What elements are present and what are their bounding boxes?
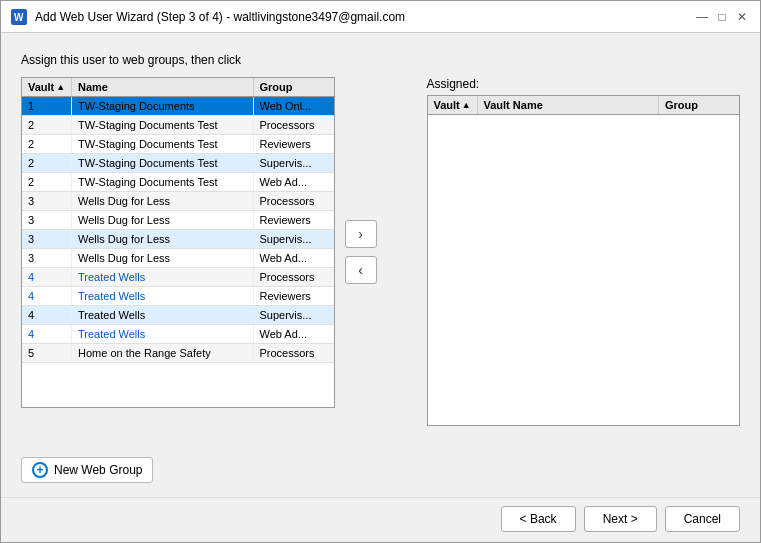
left-table: Vault ▲ Name Group 1 TW-Staging Document… (21, 77, 335, 408)
name-cell: Treated Wells (72, 268, 254, 286)
name-cell: TW-Staging Documents Test (72, 116, 254, 134)
move-left-button[interactable]: ‹ (345, 256, 377, 284)
move-right-button[interactable]: › (345, 220, 377, 248)
right-col-name: Vault Name (478, 96, 660, 114)
name-cell: Wells Dug for Less (72, 211, 254, 229)
name-cell: Wells Dug for Less (72, 230, 254, 248)
wizard-window: W Add Web User Wizard (Step 3 of 4) - wa… (0, 0, 761, 543)
vault-cell: 2 (22, 116, 72, 134)
table-row[interactable]: 5 Home on the Range Safety Processors (22, 344, 334, 363)
new-group-label: New Web Group (54, 463, 142, 477)
group-cell: Reviewers (254, 135, 334, 153)
name-cell: Treated Wells (72, 325, 254, 343)
name-cell: Home on the Range Safety (72, 344, 254, 362)
left-col-vault: Vault ▲ (22, 78, 72, 96)
right-panel: Assigned: Vault ▲ Vault Name Group (427, 77, 741, 426)
wizard-icon: W (11, 9, 27, 25)
title-bar-controls: — □ ✕ (694, 9, 750, 25)
group-cell: Web Ad... (254, 173, 334, 191)
bottom-bar: + New Web Group (21, 449, 740, 487)
group-cell: Web Ad... (254, 325, 334, 343)
back-button[interactable]: < Back (501, 506, 576, 532)
vault-cell: 2 (22, 135, 72, 153)
content-area: Assign this user to web groups, then cli… (1, 33, 760, 497)
right-col-group: Group (659, 96, 739, 114)
left-table-header: Vault ▲ Name Group (22, 78, 334, 97)
name-cell: TW-Staging Documents Test (72, 135, 254, 153)
left-col-name: Name (72, 78, 254, 96)
next-button[interactable]: Next > (584, 506, 657, 532)
table-row[interactable]: 3 Wells Dug for Less Web Ad... (22, 249, 334, 268)
table-row[interactable]: 4 Treated Wells Reviewers (22, 287, 334, 306)
name-cell: Treated Wells (72, 306, 254, 324)
vault-cell: 4 (22, 325, 72, 343)
table-row[interactable]: 4 Treated Wells Processors (22, 268, 334, 287)
group-cell: Supervis... (254, 230, 334, 248)
group-cell: Supervis... (254, 154, 334, 172)
vault-cell: 2 (22, 154, 72, 172)
right-table-body (428, 115, 740, 425)
group-cell: Web Onl... (254, 97, 334, 115)
group-cell: Reviewers (254, 211, 334, 229)
svg-text:W: W (14, 12, 24, 23)
group-cell: Reviewers (254, 287, 334, 305)
vault-cell: 2 (22, 173, 72, 191)
table-row[interactable]: 2 TW-Staging Documents Test Web Ad... (22, 173, 334, 192)
group-cell: Processors (254, 192, 334, 210)
name-cell: Wells Dug for Less (72, 192, 254, 210)
panels-container: Vault ▲ Name Group 1 TW-Staging Document… (21, 77, 740, 449)
group-cell: Supervis... (254, 306, 334, 324)
name-cell: TW-Staging Documents Test (72, 154, 254, 172)
title-bar: W Add Web User Wizard (Step 3 of 4) - wa… (1, 1, 760, 33)
left-col-group: Group (254, 78, 334, 96)
vault-cell: 3 (22, 249, 72, 267)
left-panel: Vault ▲ Name Group 1 TW-Staging Document… (21, 77, 335, 408)
vault-cell: 3 (22, 230, 72, 248)
right-table-header: Vault ▲ Vault Name Group (428, 96, 740, 115)
vault-cell: 3 (22, 192, 72, 210)
name-cell: Wells Dug for Less (72, 249, 254, 267)
name-cell: TW-Staging Documents (72, 97, 254, 115)
name-cell: TW-Staging Documents Test (72, 173, 254, 191)
table-row[interactable]: 3 Wells Dug for Less Reviewers (22, 211, 334, 230)
vault-cell: 1 (22, 97, 72, 115)
table-row[interactable]: 2 TW-Staging Documents Test Supervis... (22, 154, 334, 173)
table-row[interactable]: 1 TW-Staging Documents Web Onl... (22, 97, 334, 116)
transfer-controls: › ‹ (335, 97, 387, 407)
group-cell: Processors (254, 344, 334, 362)
vault-cell: 4 (22, 306, 72, 324)
add-icon: + (32, 462, 48, 478)
right-col-vault: Vault ▲ (428, 96, 478, 114)
group-cell: Processors (254, 268, 334, 286)
vault-cell: 3 (22, 211, 72, 229)
vault-cell: 4 (22, 268, 72, 286)
right-table: Vault ▲ Vault Name Group (427, 95, 741, 426)
maximize-button[interactable]: □ (714, 9, 730, 25)
minimize-button[interactable]: — (694, 9, 710, 25)
group-cell: Web Ad... (254, 249, 334, 267)
vault-cell: 5 (22, 344, 72, 362)
footer: < Back Next > Cancel (1, 497, 760, 542)
table-row[interactable]: 2 TW-Staging Documents Test Processors (22, 116, 334, 135)
table-row[interactable]: 3 Wells Dug for Less Processors (22, 192, 334, 211)
close-button[interactable]: ✕ (734, 9, 750, 25)
window-title: Add Web User Wizard (Step 3 of 4) - walt… (35, 10, 405, 24)
vault-cell: 4 (22, 287, 72, 305)
instruction-text: Assign this user to web groups, then cli… (21, 53, 740, 67)
left-table-body: 1 TW-Staging Documents Web Onl... 2 TW-S… (22, 97, 334, 407)
name-cell: Treated Wells (72, 287, 254, 305)
title-bar-left: W Add Web User Wizard (Step 3 of 4) - wa… (11, 9, 405, 25)
table-row[interactable]: 2 TW-Staging Documents Test Reviewers (22, 135, 334, 154)
new-web-group-button[interactable]: + New Web Group (21, 457, 153, 483)
group-cell: Processors (254, 116, 334, 134)
table-row[interactable]: 3 Wells Dug for Less Supervis... (22, 230, 334, 249)
table-row[interactable]: 4 Treated Wells Web Ad... (22, 325, 334, 344)
table-row[interactable]: 4 Treated Wells Supervis... (22, 306, 334, 325)
assigned-label: Assigned: (427, 77, 741, 91)
cancel-button[interactable]: Cancel (665, 506, 740, 532)
